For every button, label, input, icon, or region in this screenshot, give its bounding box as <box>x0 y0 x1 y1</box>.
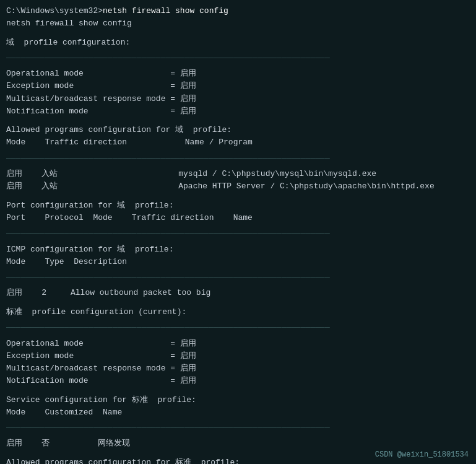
ex-mode2: Exception mode = 启用 <box>6 350 470 362</box>
notif-mode2: Notification mode = 启用 <box>6 375 470 387</box>
blank10 <box>6 387 470 393</box>
sep3: ________________________________________… <box>6 224 470 237</box>
mc-mode2: Multicast/broadcast response mode = 启用 <box>6 362 470 375</box>
op-mode: Operational mode = 启用 <box>6 68 470 80</box>
standard-header: 标准 profile configuration (current): <box>6 306 470 318</box>
blank5 <box>6 193 470 199</box>
apache-line: 启用 入站 Apache HTTP Server / C:\phpstudy\a… <box>6 180 470 193</box>
allowed-cols: Mode Traffic direction Name / Program <box>6 136 470 149</box>
op-mode2: Operational mode = 启用 <box>6 338 470 350</box>
blank3 <box>6 118 470 124</box>
mc-mode: Multicast/broadcast response mode = 启用 <box>6 93 470 105</box>
icmp-cols: Mode Type Description <box>6 256 470 268</box>
port-cols: Port Protocol Mode Traffic direction Nam… <box>6 212 470 224</box>
notif-mode: Notification mode = 启用 <box>6 105 470 118</box>
cmd-echo: netsh firewall show config <box>6 17 470 30</box>
network-discover: 启用 否 网络发现 <box>6 437 470 450</box>
sep1: ________________________________________… <box>6 49 470 61</box>
mysqld-line: 启用 入站 mysqld / C:\phpstudy\mysql\bin\mys… <box>6 168 470 180</box>
ex-mode: Exception mode = 启用 <box>6 80 470 92</box>
sep2: ________________________________________… <box>6 149 470 162</box>
blank2 <box>6 61 470 68</box>
allowed-header: Allowed programs configuration for 域 pro… <box>6 124 470 136</box>
watermark: CSDN @weixin_51801534 <box>375 450 469 459</box>
domain-header: 域 profile configuration: <box>6 37 470 49</box>
cmd-prompt: C:\Windows\system32>netsh firewall show … <box>6 5 470 17</box>
blank11 <box>6 431 470 437</box>
sep4: ________________________________________… <box>6 268 470 281</box>
service-header: Service configuration for 标准 profile: <box>6 394 470 406</box>
blank4 <box>6 162 470 168</box>
icmp-entry: 启用 2 Allow outbound packet too big <box>6 287 470 299</box>
icmp-header: ICMP configuration for 域 profile: <box>6 243 470 256</box>
port-header: Port configuration for 域 profile: <box>6 199 470 212</box>
blank9 <box>6 331 470 337</box>
blank8 <box>6 300 470 306</box>
terminal-window: C:\Windows\system32>netsh firewall show … <box>0 0 476 464</box>
blank7 <box>6 281 470 287</box>
sep6: ________________________________________… <box>6 419 470 431</box>
service-cols: Mode Customized Name <box>6 406 470 419</box>
blank6 <box>6 237 470 243</box>
sep5: ________________________________________… <box>6 318 470 331</box>
blank1 <box>6 30 470 36</box>
